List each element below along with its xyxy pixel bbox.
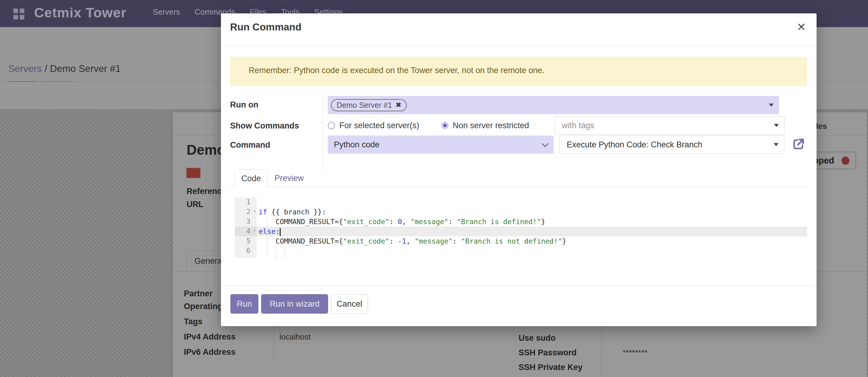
chevron-down-icon — [542, 140, 549, 147]
gutter-line-3[interactable]: 3 — [235, 217, 256, 227]
cancel-button[interactable]: Cancel — [331, 294, 368, 314]
show-commands-label: Show Commands — [230, 121, 299, 130]
code-line-4[interactable]: else: — [256, 227, 807, 236]
command-type-select[interactable]: Python code — [328, 136, 554, 154]
warning-text: Remember: Python code is executed on the… — [249, 66, 545, 75]
command-label: Command — [230, 140, 270, 150]
modal-header: Run Command ✕ — [221, 13, 816, 46]
footer-divider — [221, 286, 816, 286]
radio-for-selected-servers[interactable] — [328, 122, 335, 129]
run-command-modal: Run Command ✕ Remember: Python code is e… — [221, 13, 816, 326]
run-in-wizard-button[interactable]: Run in wizard — [261, 294, 328, 314]
text-cursor — [280, 228, 281, 236]
chevron-down-icon — [774, 124, 779, 127]
tab-preview[interactable]: Preview — [275, 174, 304, 183]
gutter-line-2[interactable]: 2▾ — [235, 207, 256, 217]
external-link-icon[interactable] — [792, 137, 805, 151]
chevron-down-icon[interactable] — [769, 104, 774, 107]
code-line-6[interactable] — [256, 246, 807, 256]
fold-caret-icon[interactable]: ▾ — [253, 208, 256, 214]
code-line-1[interactable] — [256, 197, 807, 207]
command-select[interactable]: Execute Python Code: Check Branch — [559, 136, 784, 154]
with-tags-select[interactable]: with tags — [555, 116, 785, 135]
run-on-label: Run on — [230, 100, 258, 110]
gutter-line-5[interactable]: 5 — [235, 236, 256, 246]
app-brand[interactable]: Cetmix Tower — [34, 5, 127, 21]
code-line-3[interactable]: COMMAND_RESULT={"exit_code": 0, "message… — [256, 217, 807, 227]
apps-grid-icon[interactable] — [13, 8, 26, 21]
tab-code[interactable]: Code — [235, 169, 268, 187]
run-on-field[interactable]: Demo Server #1 ✖ — [328, 96, 779, 114]
chevron-down-icon — [774, 143, 778, 146]
editor-lines[interactable]: if {{ branch }}: COMMAND_RESULT={"exit_c… — [256, 197, 807, 256]
server-tag: Demo Server #1 ✖ — [331, 99, 407, 112]
modal-title: Run Command — [230, 21, 302, 33]
nav-item-servers[interactable]: Servers — [153, 7, 180, 17]
form-label-divider — [322, 94, 323, 171]
close-icon[interactable]: ✕ — [797, 21, 806, 33]
code-line-2[interactable]: if {{ branch }}: — [256, 207, 807, 217]
radio-label-selected-servers[interactable]: For selected server(s) — [339, 121, 420, 130]
remove-tag-icon[interactable]: ✖ — [396, 101, 401, 109]
gutter-line-1[interactable]: 1 — [235, 197, 256, 207]
gutter-line-4[interactable]: 4▾ — [235, 227, 256, 236]
warning-alert: Remember: Python code is executed on the… — [230, 57, 807, 86]
run-button[interactable]: Run — [230, 294, 258, 314]
code-line-5[interactable]: COMMAND_RESULT={"exit_code": -1, "messag… — [256, 236, 807, 246]
radio-non-server-restricted[interactable] — [441, 122, 448, 129]
code-editor[interactable]: 12▾34▾56 if {{ branch }}: COMMAND_RESULT… — [235, 197, 807, 259]
editor-gutter: 12▾34▾56 — [235, 197, 256, 258]
gutter-line-6[interactable]: 6 — [235, 246, 256, 256]
app-root: Servers / Demo Server #1 Edit Create </>… — [0, 0, 868, 377]
fold-caret-icon[interactable]: ▾ — [253, 228, 256, 233]
radio-label-non-restricted[interactable]: Non server restricted — [453, 121, 529, 130]
